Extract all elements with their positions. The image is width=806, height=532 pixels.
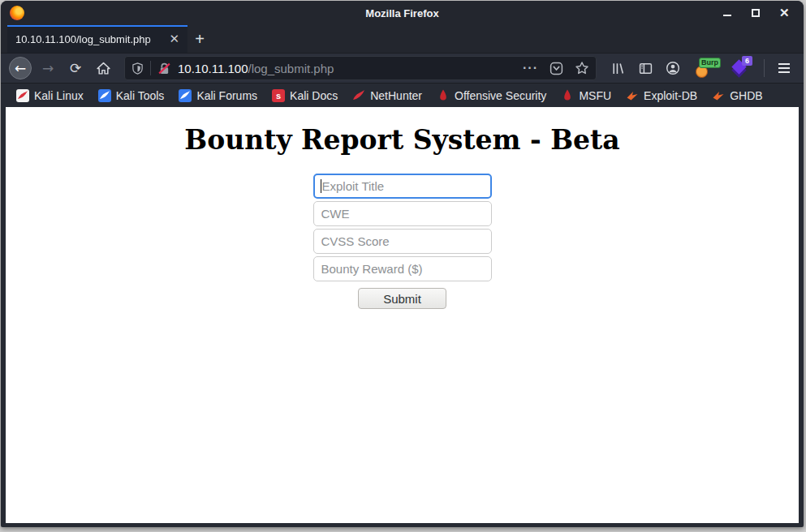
bookmark-kali-tools[interactable]: Kali Tools xyxy=(93,87,170,105)
bookmark-kali-forums[interactable]: Kali Forums xyxy=(173,87,263,105)
exploit-title-field-wrap xyxy=(313,174,492,199)
browser-window: Mozilla Firefox ✕ 10.10.11.100/log_submi… xyxy=(1,1,804,527)
cwe-field-wrap xyxy=(313,201,492,226)
tab-log-submit[interactable]: 10.10.11.100/log_submit.php ✕ xyxy=(7,25,187,53)
page-title: Bounty Report System - Beta xyxy=(184,124,619,156)
home-button[interactable] xyxy=(92,57,114,79)
submit-button[interactable]: Submit xyxy=(358,288,446,309)
page-actions-icon[interactable]: ··· xyxy=(523,61,538,75)
bookmark-kali-docs[interactable]: s Kali Docs xyxy=(266,87,343,105)
kali-tools-icon xyxy=(98,89,111,102)
close-icon[interactable]: ✕ xyxy=(779,8,789,18)
proxy-extension-button[interactable]: 6 xyxy=(730,58,751,79)
window-controls: ✕ xyxy=(722,8,804,18)
navigation-bar: ← → ⟳ 10.10.11.100/log_submit.php ··· xyxy=(1,53,804,84)
hamburger-icon xyxy=(778,63,790,65)
account-icon xyxy=(666,61,680,75)
insecure-lock-icon[interactable] xyxy=(157,62,171,75)
bookmark-offensive-security[interactable]: Offensive Security xyxy=(431,87,552,105)
window-title: Mozilla Firefox xyxy=(1,7,804,19)
text-caret xyxy=(321,179,321,193)
new-tab-button[interactable]: + xyxy=(187,25,212,53)
back-button[interactable]: ← xyxy=(9,57,32,79)
sidebar-button[interactable] xyxy=(634,57,657,79)
cwe-input[interactable] xyxy=(313,201,492,226)
forward-button[interactable]: → xyxy=(37,57,59,79)
pocket-icon[interactable] xyxy=(550,62,563,75)
bookmark-star-icon[interactable] xyxy=(575,61,589,75)
tab-close-icon[interactable]: ✕ xyxy=(166,32,183,46)
library-icon xyxy=(611,62,625,75)
library-button[interactable] xyxy=(606,57,629,79)
extension-area: Burp 6 xyxy=(689,58,756,79)
cvss-field-wrap xyxy=(313,229,492,254)
proxy-badge-count: 6 xyxy=(742,56,752,66)
maximize-icon[interactable] xyxy=(751,8,761,18)
kali-linux-icon xyxy=(16,89,29,102)
url-host: 10.10.11.100 xyxy=(178,62,248,75)
tab-bar: 10.10.11.100/log_submit.php ✕ + xyxy=(1,25,804,53)
url-text[interactable]: 10.10.11.100/log_submit.php xyxy=(178,62,516,75)
exploit-db-icon xyxy=(626,89,639,102)
sidebar-icon xyxy=(639,62,653,75)
minimize-icon[interactable] xyxy=(722,8,732,18)
navbar-separator xyxy=(764,59,765,77)
exploit-title-input[interactable] xyxy=(313,174,492,199)
bookmark-kali-linux[interactable]: Kali Linux xyxy=(11,87,89,105)
bounty-reward-field-wrap xyxy=(313,256,492,281)
offensive-security-icon xyxy=(437,89,450,102)
bookmark-ghdb[interactable]: GHDB xyxy=(706,87,768,105)
nethunter-icon xyxy=(352,89,365,102)
bounty-reward-input[interactable] xyxy=(313,256,492,281)
msfu-icon xyxy=(561,89,574,102)
page-content: Bounty Report System - Beta Submit xyxy=(6,107,799,523)
bounty-report-form: Submit xyxy=(313,174,492,309)
reload-button[interactable]: ⟳ xyxy=(64,57,87,79)
bookmark-exploit-db[interactable]: Exploit-DB xyxy=(620,87,703,105)
titlebar: Mozilla Firefox ✕ xyxy=(1,1,804,25)
bookmarks-bar: Kali Linux Kali Tools Kali Forums s Kali… xyxy=(1,84,804,107)
burp-extension-button[interactable]: Burp xyxy=(694,58,718,79)
menu-button[interactable] xyxy=(773,57,795,79)
kali-docs-icon: s xyxy=(272,89,285,102)
bookmark-msfu[interactable]: MSFU xyxy=(555,87,617,105)
ghdb-icon xyxy=(712,89,725,102)
bookmark-nethunter[interactable]: NetHunter xyxy=(347,87,428,105)
burp-badge: Burp xyxy=(699,58,721,68)
cvss-score-input[interactable] xyxy=(313,229,492,254)
tab-title: 10.10.11.100/log_submit.php xyxy=(15,33,166,45)
tracking-shield-icon[interactable] xyxy=(131,62,144,75)
urlbar-separator xyxy=(150,61,151,75)
url-path: /log_submit.php xyxy=(248,62,334,75)
home-icon xyxy=(97,62,110,75)
kali-forums-icon xyxy=(179,89,192,102)
url-bar[interactable]: 10.10.11.100/log_submit.php ··· xyxy=(124,56,597,80)
account-button[interactable] xyxy=(662,57,684,79)
url-actions: ··· xyxy=(523,61,589,75)
